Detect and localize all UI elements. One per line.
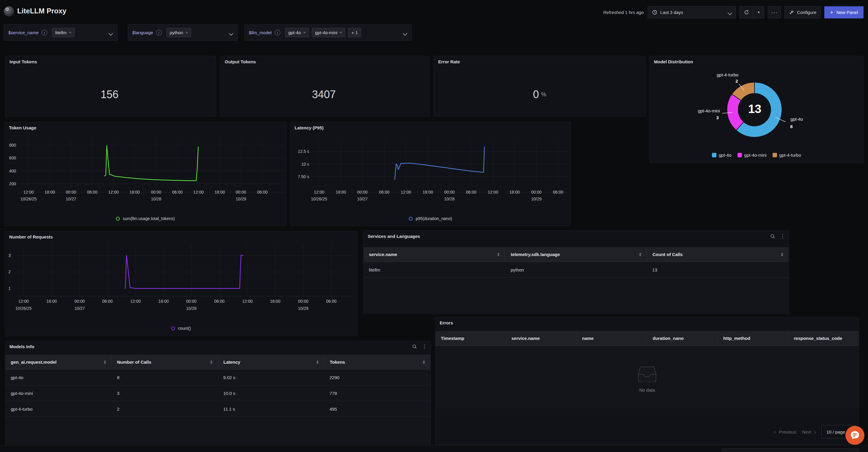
sort-icon <box>316 360 319 364</box>
column-header-name[interactable]: name <box>577 331 647 345</box>
info-icon: i <box>156 30 162 35</box>
legend-marker-icon <box>171 327 175 330</box>
column-header-label: http_method <box>723 336 783 341</box>
column-header-Tokens[interactable]: Tokens <box>324 355 430 369</box>
donut-legend-item[interactable]: gpt-4-turbo <box>773 153 801 158</box>
column-header-http_method[interactable]: http_method <box>718 331 788 345</box>
svg-text:00:00: 00:00 <box>298 299 309 304</box>
svg-text:06:00: 06:00 <box>102 299 113 304</box>
sort-icon <box>639 253 642 256</box>
stat-number: 3407 <box>312 88 336 101</box>
previous-page-button[interactable]: Previous <box>779 429 796 434</box>
configure-button[interactable]: Configure <box>784 6 821 19</box>
column-header-duration_nano[interactable]: duration_nano <box>647 331 718 345</box>
filter-chip[interactable]: litellm × <box>52 28 74 37</box>
filter-chip[interactable]: gpt-4o-mini × <box>312 28 345 37</box>
filter-chip[interactable]: python × <box>166 28 191 37</box>
column-header-service.name[interactable]: service.name <box>364 247 505 262</box>
chart-legend: count() <box>5 326 357 331</box>
table-cell: 11.1 s <box>218 406 324 412</box>
clock-icon <box>652 10 657 15</box>
sort-icon <box>423 360 425 364</box>
chevron-right-icon: › <box>814 429 816 435</box>
chip-label: python <box>170 30 183 35</box>
search-icon[interactable] <box>770 234 775 239</box>
column-header-label: duration_nano <box>653 336 713 341</box>
chart-legend: p95(duration_nano) <box>290 216 570 221</box>
refreshed-status: Refreshed 1 hrs ago <box>603 10 644 15</box>
latency-p95-chart[interactable]: 12:0018:0000:0006:0012:0018:0000:0006:00… <box>290 122 570 226</box>
panel-error-rate: Error Rate 0% <box>434 56 646 117</box>
panel-title: Services and Languages <box>368 234 420 239</box>
time-range-label: Last 3 days <box>660 10 683 15</box>
svg-text:18:00: 18:00 <box>270 299 280 304</box>
table-row: gpt-4o-mini310.0 s778 <box>5 385 430 401</box>
donut-legend-item[interactable]: gpt-4o <box>712 153 732 158</box>
table-cell: gpt-4-turbo <box>5 406 112 412</box>
legend-label: gpt-4o <box>719 153 732 158</box>
sort-icon <box>210 360 213 364</box>
next-page-button[interactable]: Next <box>802 429 811 434</box>
new-panel-button[interactable]: + New Panel <box>824 6 864 19</box>
panel-errors: Errors Timestampservice.namenameduration… <box>435 317 859 445</box>
refresh-interval-dropdown[interactable]: ▼ <box>753 6 764 19</box>
svg-text:10/26/25: 10/26/25 <box>16 306 32 311</box>
app-logo-icon <box>4 6 14 17</box>
column-header-Count of Calls[interactable]: Count of Calls <box>647 247 788 262</box>
column-header-label: service.name <box>512 336 571 341</box>
filter-chip[interactable]: gpt-4o × <box>285 28 309 37</box>
donut-total-value: 13 <box>737 102 773 116</box>
filter-service-name[interactable]: $service_name i litellm × <box>4 24 117 41</box>
legend-swatch-icon <box>773 153 777 157</box>
legend-label[interactable]: p95(duration_nano) <box>415 216 452 221</box>
table-cell: 10.0 s <box>218 391 324 396</box>
configure-label: Configure <box>797 10 816 15</box>
stat-suffix: % <box>541 91 546 98</box>
column-header-service.name[interactable]: service.name <box>506 331 577 345</box>
panel-title: Number of Requests <box>9 234 53 239</box>
page-size-label: 10 / page <box>826 429 845 434</box>
filter-language[interactable]: $language i python × <box>128 24 238 41</box>
filter-llm-model[interactable]: $llm_model i gpt-4o × gpt-4o-mini × + 1 <box>244 24 412 41</box>
legend-label[interactable]: sum(llm.usage.total_tokens) <box>123 216 175 221</box>
svg-text:10/27: 10/27 <box>74 306 85 311</box>
time-range-picker[interactable]: Last 3 days <box>648 6 736 19</box>
panel-model-distribution: Model Distribution gpt-4o8gpt-4o-mini3gp… <box>650 56 864 163</box>
kebab-menu-icon[interactable]: ⋮ <box>780 234 785 239</box>
chat-bubble-icon <box>849 430 860 441</box>
more-options-button[interactable]: ··· <box>768 6 781 19</box>
kebab-menu-icon[interactable]: ⋮ <box>422 344 427 349</box>
panel-title: Latency (P95) <box>294 125 324 130</box>
svg-text:10/28: 10/28 <box>186 306 196 311</box>
column-header-telemetry.sdk.language[interactable]: telemetry.sdk.language <box>505 247 647 262</box>
remove-icon[interactable]: × <box>69 30 71 35</box>
column-header-Latency[interactable]: Latency <box>218 355 324 369</box>
table-row: litellmpython13 <box>364 262 788 278</box>
panel-title: Errors <box>440 320 453 325</box>
remove-icon[interactable]: × <box>185 30 188 35</box>
column-header-Number of Calls[interactable]: Number of Calls <box>112 355 218 369</box>
column-header-response_status_code[interactable]: response_status_code <box>788 331 859 345</box>
column-header-Timestamp[interactable]: Timestamp <box>435 331 506 345</box>
donut-callout-label: gpt-4o <box>790 117 803 122</box>
column-header-label: service.name <box>369 252 495 257</box>
table-row: gpt-4-turbo211.1 s495 <box>5 401 430 417</box>
remove-icon[interactable]: × <box>303 30 306 35</box>
chat-widget-button[interactable] <box>845 426 864 445</box>
inbox-icon <box>636 365 658 384</box>
remove-icon[interactable]: × <box>340 30 342 35</box>
legend-swatch-icon <box>738 153 742 157</box>
token-usage-chart[interactable]: 12:0018:0000:0006:0012:0018:0000:0006:00… <box>5 122 286 226</box>
header: LiteLLM Proxy Refreshed 1 hrs ago Last 3… <box>0 0 868 23</box>
donut-callout-label: gpt-4-turbo <box>717 72 738 77</box>
filter-label: $llm_model <box>249 30 272 35</box>
search-icon[interactable] <box>412 344 417 349</box>
sort-icon <box>781 253 783 256</box>
donut-legend-item[interactable]: gpt-4o-mini <box>738 153 767 158</box>
legend-label[interactable]: count() <box>178 326 191 331</box>
filter-more-chip[interactable]: + 1 <box>348 28 361 37</box>
number-of-requests-chart[interactable]: 12:0018:0000:0006:0012:0018:0000:0006:00… <box>5 231 357 336</box>
svg-text:7.50 s: 7.50 s <box>298 174 309 179</box>
refresh-button[interactable] <box>740 6 753 19</box>
column-header-gen_ai.request.model[interactable]: gen_ai.request.model <box>5 355 112 369</box>
